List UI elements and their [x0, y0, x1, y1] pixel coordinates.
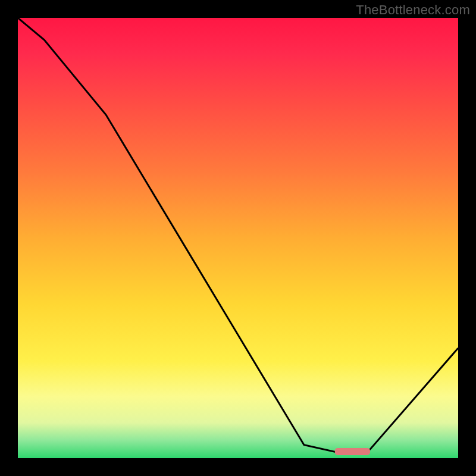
flat-segment-marker: [335, 448, 370, 455]
plot-area: [18, 18, 458, 458]
heatmap-background: [18, 18, 458, 458]
chart-svg: [18, 18, 458, 458]
watermark-text: TheBottleneck.com: [356, 2, 470, 18]
chart-frame: TheBottleneck.com: [0, 0, 476, 476]
